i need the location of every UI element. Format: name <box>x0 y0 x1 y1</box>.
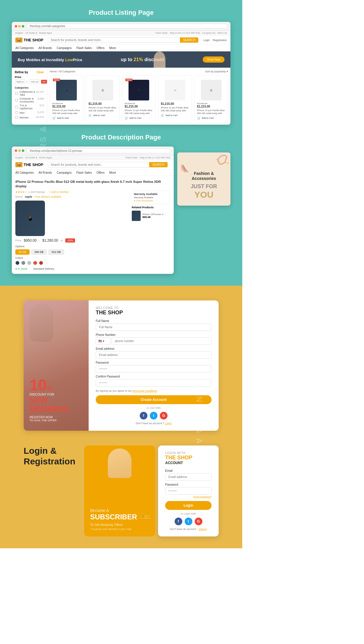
email-input[interactable] <box>96 351 212 359</box>
desc-nav-all-cat[interactable]: All Categories <box>15 171 34 174</box>
login-google-button[interactable]: G <box>195 518 202 525</box>
cat-computers-checkbox[interactable] <box>15 99 18 101</box>
login-password-input[interactable] <box>165 487 212 495</box>
desc-shop-search[interactable]: SEARCH <box>48 162 168 167</box>
fashion-banner: 📿 👠 ✏️ Fashion &Accessories JUST FOR YOU <box>177 152 230 206</box>
browser-url: theshop.com/all-categories <box>27 24 228 29</box>
in-stock: ● In Stock <box>15 267 27 270</box>
login-form-card: LOGIN WITH THE SHOP ACCOUNT Email Passwo… <box>158 445 219 536</box>
nav-campaigns[interactable]: Campaigns <box>57 46 72 50</box>
search-button[interactable]: SEARCH <box>180 38 198 43</box>
add-to-cart-4[interactable]: 🛒 Add to Cart ♡ <box>161 114 189 117</box>
add-to-cart-1[interactable]: 🛒 Add to Cart ♡ <box>52 116 81 120</box>
related-product-item: iPhone 12Promax C... $55.08 <box>132 211 170 221</box>
confirm-password-input[interactable] <box>96 379 212 386</box>
add-to-cart-2[interactable]: 🛒 Add to Cart ♡ <box>88 114 117 117</box>
desc-nav-brands[interactable]: All Brands <box>38 171 52 174</box>
forgot-password-link[interactable]: forgot password? <box>165 495 212 498</box>
dot-yellow <box>18 25 21 27</box>
related-product-info: iPhone 12Promax C... $55.08 <box>142 213 165 219</box>
promo-new: NEW <box>30 396 83 405</box>
signup-link[interactable]: Signup <box>199 528 207 531</box>
search-input[interactable] <box>48 38 180 43</box>
product-img-4: ⌨ <box>165 80 185 100</box>
create-account-button[interactable]: Create Account <box>96 395 212 404</box>
register-link-header[interactable]: Registration <box>213 39 227 42</box>
login-twitter-button[interactable]: t <box>185 518 192 525</box>
shop-now-button[interactable]: Shop Now <box>203 56 225 63</box>
google-login-button[interactable]: G <box>160 412 168 419</box>
nav-flash-sales[interactable]: Flash Sales <box>76 46 92 50</box>
filter-clear[interactable]: Clear <box>37 71 44 74</box>
product-img-container-5: 🎧 <box>197 78 225 102</box>
desc-nav-offers[interactable]: Offers <box>97 171 105 174</box>
color-silver[interactable] <box>27 261 31 265</box>
color-navy[interactable] <box>15 261 20 265</box>
cat-men-checkbox[interactable] <box>15 111 18 114</box>
product-rating: ★★★★☆ 1,320 Ratings + Add to Wishlist <box>15 191 128 193</box>
desc-shop-logo: 📦 THE SHOP <box>15 162 43 167</box>
price-go-button[interactable]: Go <box>41 80 47 84</box>
warranty-available: Warranty Available <box>134 196 168 199</box>
cat-tvs-checkbox[interactable] <box>15 105 18 108</box>
storage-64gb[interactable]: 64 GB <box>15 249 30 255</box>
login-cards-area: 🎫 Become A SUBSCRIBER To Get Amazing Off… <box>84 445 219 536</box>
sort-by[interactable]: Sort by popularity ▾ <box>205 70 228 73</box>
color-red2[interactable] <box>39 261 43 265</box>
shop-nav: All Categories All Brands Campaigns Flas… <box>12 45 230 51</box>
nav-all-brands[interactable]: All Brands <box>38 46 52 50</box>
standard-delivery: Standard Delivery <box>33 267 54 270</box>
add-to-cart-5[interactable]: 🛒 Add to Cart ♡ <box>197 116 225 120</box>
cat-women-checkbox[interactable] <box>15 116 18 119</box>
email-label: Email address <box>96 347 212 350</box>
hero-main-text: Buy Mobiles at Incredibly LowPrice <box>18 58 82 62</box>
phone-flag[interactable]: 🇺🇸 ▾ <box>96 337 110 345</box>
hero-banner: Buy Mobiles at Incredibly LowPrice up to… <box>12 51 230 68</box>
shop-search[interactable]: SEARCH <box>48 37 198 43</box>
or-login-with: or Login with <box>165 512 212 515</box>
login-redirect-link[interactable]: Login <box>165 422 172 425</box>
fullname-input[interactable] <box>96 323 212 331</box>
price-min-input[interactable] <box>15 79 25 84</box>
header-top-bar: English US Dollar $ Mobile Apps Track Or… <box>12 31 230 35</box>
pencil-icon: ✏️ <box>216 158 222 164</box>
nav-offers[interactable]: Offers <box>97 46 105 50</box>
warranty-link[interactable]: ● View BrandWeb <box>134 199 168 202</box>
desc-nav-more[interactable]: More <box>109 171 116 174</box>
terms-link[interactable]: terms and conditions <box>133 389 157 392</box>
desc-nav-flash[interactable]: Flash Sales <box>76 171 92 174</box>
product-card-3: NEW 📱 $3,000.00 $1,215.00 iPhone 12 pro … <box>122 75 156 122</box>
login-button[interactable]: Login <box>165 501 212 510</box>
nav-more[interactable]: More <box>109 46 116 50</box>
storage-512gb[interactable]: 512 GB <box>48 249 64 255</box>
welcome-to: WELCOME TO <box>96 306 212 310</box>
product-badge-1: NEW <box>53 79 60 81</box>
desc-search-button[interactable]: SEARCH <box>149 162 168 167</box>
product-card-1: NEW 📱 $1,500.00 $1,215.00 iPhone 12 pro … <box>50 75 83 122</box>
phone-input[interactable] <box>112 337 212 345</box>
add-to-cart-3[interactable]: 🛒 Add to Cart ♡ <box>125 116 153 120</box>
price-max-input[interactable] <box>30 79 40 84</box>
login-facebook-button[interactable]: f <box>175 518 182 525</box>
login-registration-section: Login &Registration 🎫 Become A SUBSCRIBE… <box>24 445 219 536</box>
hero-person-img <box>154 51 165 68</box>
promo-person-img <box>30 303 53 342</box>
related-product-price: $55.08 <box>142 216 165 219</box>
facebook-login-button[interactable]: f <box>140 412 147 419</box>
color-gray[interactable] <box>21 261 25 265</box>
cat-cellphones-checkbox[interactable] <box>15 92 18 95</box>
password-input[interactable] <box>96 365 212 373</box>
storage-256gb[interactable]: 256 GB <box>31 249 47 255</box>
cat-cellphones: Cellphones & Tabs 19,747 <box>15 90 44 96</box>
desc-search-input[interactable] <box>48 162 149 167</box>
products-grid: Home / All Categories Sort by popularity… <box>47 68 230 125</box>
nav-all-categories[interactable]: All Categories <box>15 46 34 50</box>
desc-nav-campaigns[interactable]: Campaigns <box>57 171 72 174</box>
options-row: Options <box>15 245 128 248</box>
social-row: f t G <box>96 412 212 419</box>
login-link-header[interactable]: Login <box>203 39 210 42</box>
color-red1[interactable] <box>33 261 37 265</box>
twitter-login-button[interactable]: t <box>150 412 157 419</box>
desc-dot-yellow <box>18 149 21 152</box>
login-email-input[interactable] <box>165 473 212 481</box>
